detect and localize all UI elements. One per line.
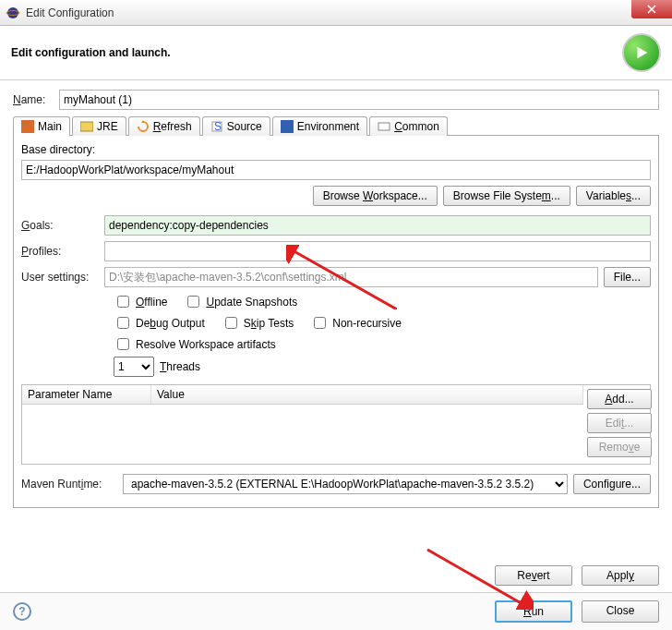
- maven-icon: [21, 120, 34, 133]
- maven-runtime-select[interactable]: apache-maven-3.5.2 (EXTERNAL E:\HadoopWo…: [123, 474, 568, 494]
- base-dir-input[interactable]: [21, 160, 651, 180]
- svg-rect-6: [281, 120, 294, 133]
- tab-main-label: Main: [38, 120, 62, 133]
- browse-filesystem-button[interactable]: Browse File System...: [443, 186, 570, 206]
- tab-source-label: Source: [227, 120, 262, 133]
- tab-refresh-label: Refresh: [153, 120, 192, 133]
- non-recursive-checkbox[interactable]: Non-recursive: [310, 314, 402, 332]
- source-icon: S: [210, 120, 223, 133]
- threads-select[interactable]: 1: [114, 357, 154, 377]
- base-dir-label: Base directory:: [21, 143, 651, 156]
- goals-input[interactable]: [104, 215, 651, 236]
- tab-environment-label: Environment: [297, 120, 359, 133]
- svg-rect-3: [80, 122, 93, 131]
- tab-main[interactable]: Main: [13, 116, 70, 136]
- eclipse-icon: [6, 6, 20, 20]
- revert-button[interactable]: Revert: [495, 565, 572, 586]
- refresh-icon: [137, 120, 150, 133]
- bottom-bar: ? Run Close: [0, 592, 672, 630]
- offline-checkbox[interactable]: Offline: [114, 293, 167, 310]
- profiles-label: Profiles:: [21, 245, 104, 258]
- jre-icon: [80, 120, 93, 133]
- apply-button[interactable]: Apply: [582, 565, 659, 586]
- svg-rect-7: [378, 123, 390, 130]
- tab-jre-label: JRE: [97, 120, 118, 133]
- maven-runtime-label: Maven Runtime:: [21, 478, 123, 491]
- header: Edit configuration and launch.: [0, 26, 672, 80]
- common-icon: [378, 120, 390, 133]
- name-label: Name:: [13, 93, 59, 106]
- title-bar: Edit Configuration: [0, 0, 672, 26]
- tab-common-label: Common: [394, 120, 439, 133]
- svg-text:S: S: [214, 120, 222, 133]
- window-title: Edit Configuration: [26, 6, 114, 19]
- tab-source[interactable]: SSource: [202, 116, 270, 136]
- resolve-workspace-checkbox[interactable]: Resolve Workspace artifacts: [114, 335, 276, 353]
- profiles-input[interactable]: [104, 241, 651, 261]
- svg-point-0: [7, 7, 18, 18]
- run-icon: [622, 33, 661, 72]
- close-button[interactable]: Close: [582, 600, 659, 623]
- file-button[interactable]: File...: [604, 267, 651, 287]
- threads-label: Threads: [160, 360, 200, 373]
- variables-button[interactable]: Variables...: [576, 186, 651, 206]
- remove-button: Remove: [587, 437, 652, 457]
- goals-label: Goals:: [21, 219, 104, 232]
- window-close-button[interactable]: [631, 0, 672, 18]
- header-message: Edit configuration and launch.: [11, 46, 171, 59]
- configure-button[interactable]: Configure...: [573, 474, 651, 494]
- tab-bar: Main JRE Refresh SSource Environment Com…: [13, 115, 659, 136]
- edit-button: Edit...: [587, 413, 652, 433]
- tab-common[interactable]: Common: [369, 116, 448, 136]
- browse-workspace-button[interactable]: Browse Workspace...: [313, 186, 438, 206]
- tab-environment[interactable]: Environment: [272, 116, 367, 136]
- svg-rect-2: [21, 120, 34, 133]
- table-col-name[interactable]: Parameter Name: [22, 385, 151, 404]
- table-body[interactable]: [22, 405, 583, 464]
- user-settings-label: User settings:: [21, 271, 104, 284]
- table-col-value[interactable]: Value: [151, 385, 583, 404]
- skip-tests-checkbox[interactable]: Skip Tests: [222, 314, 294, 332]
- add-button[interactable]: Add...: [587, 389, 652, 409]
- name-input[interactable]: [59, 90, 659, 110]
- parameters-table: Parameter Name Value Add... Edit... Remo…: [21, 384, 651, 465]
- run-button[interactable]: Run: [495, 600, 572, 623]
- user-settings-input[interactable]: [104, 267, 598, 287]
- help-button[interactable]: ?: [13, 602, 31, 621]
- debug-output-checkbox[interactable]: Debug Output: [114, 314, 205, 332]
- tab-jre[interactable]: JRE: [72, 116, 126, 136]
- main-panel: Base directory: Browse Workspace... Brow…: [13, 136, 659, 508]
- tab-refresh[interactable]: Refresh: [128, 116, 200, 136]
- update-snapshots-checkbox[interactable]: Update Snapshots: [184, 293, 297, 310]
- environment-icon: [281, 120, 294, 133]
